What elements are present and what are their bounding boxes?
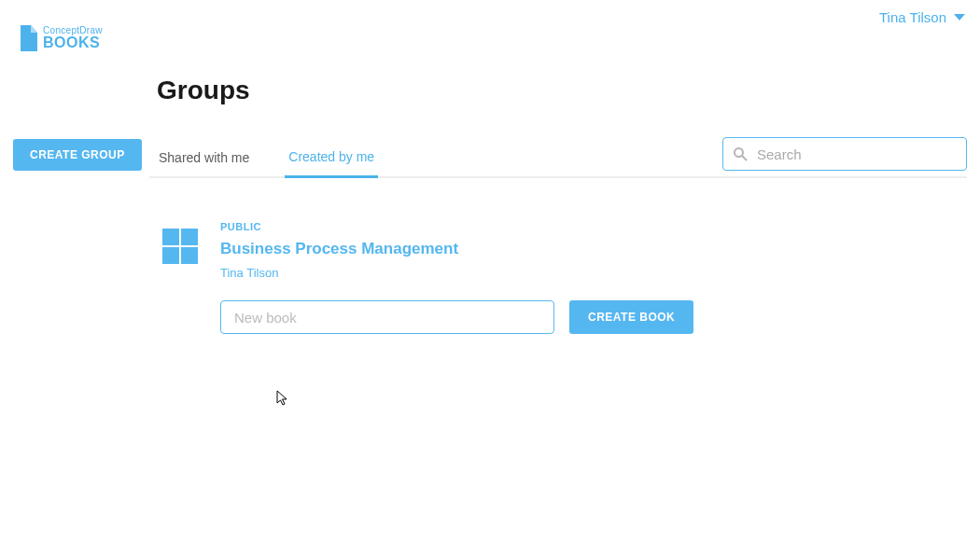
book-icon [19,25,37,51]
search-box[interactable] [722,137,967,171]
sidebar: ConceptDraw BOOKS CREATE GROUP [0,25,149,334]
group-owner: Tina Tilson [220,266,967,280]
new-book-row: CREATE BOOK [220,300,967,334]
user-menu[interactable]: Tina Tilson [879,9,965,25]
logo[interactable]: ConceptDraw BOOKS [0,25,149,51]
logo-product: BOOKS [43,35,103,50]
group-visibility-label: PUBLIC [220,221,967,232]
group-icon-column [149,221,220,334]
group-info: PUBLIC Business Process Management Tina … [220,221,967,334]
new-book-input[interactable] [220,300,554,334]
user-name: Tina Tilson [879,9,946,25]
group-name-link[interactable]: Business Process Management [220,240,967,258]
create-book-button[interactable]: CREATE BOOK [569,300,693,334]
create-group-button[interactable]: CREATE GROUP [13,139,142,171]
search-icon [733,146,748,161]
logo-text: ConceptDraw BOOKS [43,26,103,50]
group-item: PUBLIC Business Process Management Tina … [149,221,967,334]
svg-line-1 [742,156,747,160]
cursor-icon [276,390,289,407]
search-wrap [722,137,967,171]
group-grid-icon [162,229,198,264]
tab-created-by-me[interactable]: Created by me [285,140,378,178]
tabs: Shared with me Created by me [149,137,967,178]
main-content: Groups Shared with me Created by me [149,25,980,334]
search-input[interactable] [757,146,957,162]
layout: ConceptDraw BOOKS CREATE GROUP Groups Sh… [0,25,980,334]
page-title: Groups [157,76,967,105]
tab-shared-with-me[interactable]: Shared with me [155,141,253,176]
top-bar: Tina Tilson [0,0,980,25]
chevron-down-icon [954,14,965,21]
